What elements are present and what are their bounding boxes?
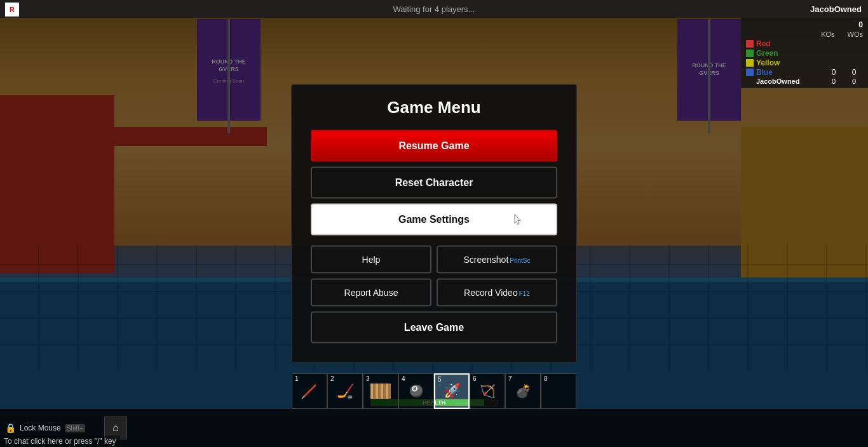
svg-line-0 — [303, 385, 316, 397]
score-row-red: Red — [746, 39, 863, 48]
blue-wos: 0 — [845, 68, 863, 77]
score-row-player: JacobOwned 0 0 — [746, 77, 863, 85]
blue-team-name: Blue — [756, 68, 822, 77]
score-total: 0 — [746, 20, 863, 29]
resume-game-button[interactable]: Resume Game — [311, 130, 557, 162]
kos-header: KOs — [821, 30, 834, 38]
leave-game-button[interactable]: Leave Game — [311, 312, 557, 344]
bomb-icon: 💣 — [512, 380, 534, 403]
svg-line-1 — [302, 396, 304, 399]
player-wos: 0 — [845, 77, 863, 85]
blue-kos: 0 — [825, 68, 843, 77]
cursor-icon — [512, 213, 524, 226]
green-dot — [746, 50, 754, 57]
figure-icon: 🏒 — [334, 380, 356, 403]
green-team-name: Green — [756, 49, 822, 58]
screenshot-button[interactable]: ScreenshotPrintSc — [437, 246, 557, 274]
hotbar-slot-4[interactable]: 4 🎱 — [398, 373, 434, 409]
red-team-name: Red — [756, 39, 822, 48]
rocket-icon: 🚀 — [440, 380, 463, 403]
score-headers: KOs WOs — [746, 30, 863, 38]
game-settings-button[interactable]: Game Settings — [311, 204, 557, 236]
player-name: JacobOwned — [756, 77, 822, 85]
game-menu: Game Menu Resume Game Reset Character Ga… — [291, 84, 577, 363]
reset-character-button[interactable]: Reset Character — [311, 167, 557, 199]
menu-title: Game Menu — [311, 98, 557, 117]
hotbar-slot-1[interactable]: 1 — [292, 373, 327, 409]
record-video-button[interactable]: Record VideoF12 — [437, 279, 557, 307]
yellow-dot — [746, 59, 754, 67]
planks-icon — [370, 384, 391, 399]
player-kos: 0 — [825, 77, 843, 85]
help-button[interactable]: Help — [311, 246, 431, 274]
report-abuse-button[interactable]: Report Abuse — [311, 279, 431, 307]
lock-mouse-label: Lock Mouse — [20, 424, 61, 432]
blue-dot — [746, 69, 754, 76]
score-row-green: Green — [746, 49, 863, 58]
chat-hint[interactable]: To chat click here or press "/" key — [0, 436, 120, 447]
hotbar: 1 2 🏒 3 4 🎱 5 🚀 6 🏹 7 💣 8 — [292, 373, 576, 409]
home-icon: ⌂ — [112, 422, 119, 434]
hotbar-slot-5[interactable]: 5 🚀 — [434, 373, 470, 409]
roblox-logo: R — [5, 3, 19, 17]
menu-grid: Help ScreenshotPrintSc Report Abuse Reco… — [311, 246, 557, 307]
hotbar-slot-7[interactable]: 7 💣 — [505, 373, 541, 409]
hotbar-slot-3[interactable]: 3 — [363, 373, 398, 409]
sword-icon — [299, 381, 320, 401]
game-status: Waiting for 4 players... — [393, 4, 475, 14]
hotbar-slot-2[interactable]: 2 🏒 — [327, 373, 363, 409]
lock-icon: 🔒 — [5, 423, 16, 433]
bottom-bar: 🔒 Lock Mouse Shift+ ⌂ — [0, 409, 868, 447]
hotbar-slot-8[interactable]: 8 — [541, 373, 576, 409]
score-row-yellow: Yellow — [746, 58, 863, 67]
balls-icon: 🎱 — [405, 380, 428, 403]
lock-mouse-button[interactable]: 🔒 Lock Mouse Shift+ — [0, 419, 102, 437]
hotbar-slot-6[interactable]: 6 🏹 — [470, 373, 505, 409]
username-display: JacobOwned — [810, 4, 862, 14]
wos-header: WOs — [848, 30, 863, 38]
score-row-blue: Blue 0 0 — [746, 68, 863, 77]
red-dot — [746, 40, 754, 48]
scoreboard: 0 KOs WOs Red Green Yellow Blue 0 0 Jaco… — [741, 18, 868, 88]
yellow-team-name: Yellow — [756, 58, 822, 67]
bow-icon: 🏹 — [478, 382, 496, 400]
top-bar: R Waiting for 4 players... JacobOwned — [0, 0, 868, 18]
lock-mouse-shortcut: Shift+ — [65, 424, 85, 432]
